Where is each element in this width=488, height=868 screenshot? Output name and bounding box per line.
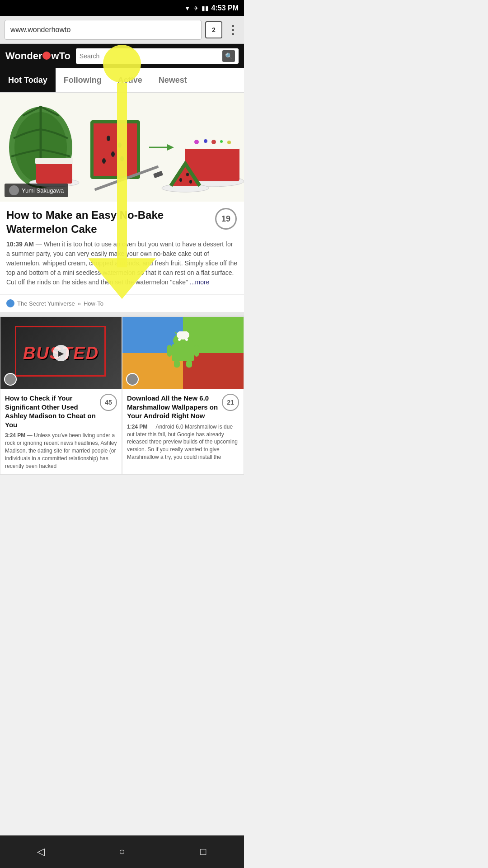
menu-dot-3 bbox=[232, 33, 234, 35]
svg-rect-35 bbox=[167, 345, 172, 357]
grid-excerpt-1: 3:24 PM — Unless you've been living unde… bbox=[5, 432, 117, 470]
busted-background: BUSTED ▶ bbox=[0, 317, 122, 389]
article-source: The Secret Yumiverse » How-To bbox=[0, 294, 244, 312]
site-logo[interactable]: Wonder wTo bbox=[5, 50, 70, 62]
site-search-bar[interactable]: 🔍 bbox=[76, 48, 239, 64]
svg-rect-37 bbox=[174, 360, 180, 368]
grid-image-1: BUSTED ▶ bbox=[0, 317, 122, 389]
tab-count-button[interactable]: 2 bbox=[205, 21, 222, 38]
logo-circle-icon bbox=[42, 52, 51, 60]
main-content: Yumi Sakugawa How to Make an Easy No-Bak… bbox=[0, 93, 244, 475]
svg-point-26 bbox=[189, 180, 192, 184]
play-icon[interactable]: ▶ bbox=[53, 345, 69, 361]
wifi-icon: ▼ bbox=[184, 5, 191, 12]
svg-rect-22 bbox=[35, 158, 73, 164]
grid-title-1[interactable]: How to Check if Your Significant Other U… bbox=[5, 394, 97, 429]
grid-body-1: How to Check if Your Significant Other U… bbox=[0, 389, 122, 474]
svg-point-15 bbox=[194, 140, 199, 144]
grid-score-value-1: 45 bbox=[105, 399, 112, 406]
nav-tabs: Hot Today Following Active Newest bbox=[0, 68, 244, 93]
grid-body-2: Download All the New 6.0 Marshmallow Wal… bbox=[122, 389, 244, 465]
svg-point-7 bbox=[118, 142, 122, 148]
source-globe-icon bbox=[6, 299, 14, 307]
battery-icon: ▮▮ bbox=[202, 5, 209, 12]
tab-newest-label: Newest bbox=[159, 75, 187, 85]
svg-rect-36 bbox=[194, 345, 199, 357]
author-avatar bbox=[9, 185, 19, 195]
featured-timestamp: 10:39 AM bbox=[6, 241, 34, 248]
featured-excerpt: 10:39 AM — When it is too hot to use an … bbox=[6, 240, 238, 287]
status-icons: ▼ ✈ ▮▮ 4:53 PM bbox=[184, 4, 239, 12]
source-category: How-To bbox=[84, 300, 103, 307]
grid-title-row-1: How to Check if Your Significant Other U… bbox=[5, 394, 117, 429]
tab-following[interactable]: Following bbox=[56, 68, 110, 92]
status-time: 4:53 PM bbox=[211, 4, 239, 12]
svg-point-18 bbox=[220, 140, 223, 143]
tab-active-label: Active bbox=[118, 75, 142, 85]
svg-point-6 bbox=[107, 136, 110, 141]
grid-score-value-2: 21 bbox=[227, 399, 234, 406]
tab-hot-today[interactable]: Hot Today bbox=[0, 68, 56, 92]
featured-score-wreath: 19 bbox=[215, 208, 237, 230]
browser-chrome: www.wonderhowto 2 bbox=[0, 16, 244, 44]
tab-hot-today-label: Hot Today bbox=[8, 75, 47, 85]
logo-wonder: Wonder bbox=[5, 50, 42, 62]
tab-newest[interactable]: Newest bbox=[150, 68, 195, 92]
grid-score-1: 45 bbox=[100, 394, 117, 411]
svg-point-25 bbox=[186, 173, 189, 176]
svg-rect-38 bbox=[186, 360, 192, 368]
browser-menu-button[interactable] bbox=[226, 21, 239, 38]
grid-title-row-2: Download All the New 6.0 Marshmallow Wal… bbox=[127, 394, 239, 420]
site-header: Wonder wTo 🔍 bbox=[0, 44, 244, 68]
tab-following-label: Following bbox=[64, 75, 102, 85]
featured-article-title[interactable]: How to Make an Easy No-Bake Watermelon C… bbox=[6, 208, 210, 236]
logo-howto: wTo bbox=[51, 50, 70, 62]
url-bar[interactable]: www.wonderhowto bbox=[5, 20, 202, 40]
source-separator: » bbox=[78, 300, 81, 307]
bottom-spacer bbox=[0, 475, 244, 507]
svg-point-8 bbox=[111, 151, 115, 157]
menu-dot-2 bbox=[232, 29, 234, 31]
url-text: www.wonderhowto bbox=[10, 26, 70, 34]
svg-point-24 bbox=[179, 178, 182, 182]
airplane-icon: ✈ bbox=[193, 5, 199, 12]
author-badge: Yumi Sakugawa bbox=[5, 184, 68, 197]
grid-timestamp-2: 1:24 PM bbox=[127, 424, 147, 430]
svg-point-17 bbox=[211, 140, 216, 144]
svg-rect-5 bbox=[94, 123, 137, 176]
grid-article-1[interactable]: BUSTED ▶ How to Check if Your Significan… bbox=[0, 316, 122, 475]
svg-point-19 bbox=[227, 141, 231, 144]
page-wrapper: ▼ ✈ ▮▮ 4:53 PM www.wonderhowto 2 Wonder … bbox=[0, 0, 244, 507]
featured-article-body: How to Make an Easy No-Bake Watermelon C… bbox=[0, 202, 244, 294]
search-button[interactable]: 🔍 bbox=[222, 50, 235, 62]
menu-dot-1 bbox=[232, 25, 234, 27]
tab-count-label: 2 bbox=[212, 26, 216, 33]
svg-point-16 bbox=[204, 139, 207, 143]
articles-grid: BUSTED ▶ How to Check if Your Significan… bbox=[0, 316, 244, 475]
tab-active[interactable]: Active bbox=[110, 68, 150, 92]
grid-timestamp-1: 3:24 PM bbox=[5, 432, 25, 439]
featured-score-value: 19 bbox=[221, 214, 230, 224]
search-icon: 🔍 bbox=[225, 52, 233, 60]
grid-excerpt-2: 1:24 PM — Android 6.0 Marshmallow is due… bbox=[127, 423, 239, 461]
article-title-row: How to Make an Easy No-Bake Watermelon C… bbox=[6, 208, 238, 236]
read-more-link[interactable]: ...more bbox=[190, 278, 210, 286]
search-input[interactable] bbox=[80, 52, 220, 60]
grid-score-2: 21 bbox=[222, 394, 239, 411]
source-name: The Secret Yumiverse bbox=[17, 300, 75, 307]
featured-article: Yumi Sakugawa How to Make an Easy No-Bak… bbox=[0, 93, 244, 316]
featured-image: Yumi Sakugawa bbox=[0, 93, 244, 202]
svg-point-9 bbox=[102, 158, 106, 164]
author-name: Yumi Sakugawa bbox=[22, 187, 64, 194]
grid-image-2 bbox=[122, 317, 244, 389]
android-robot-icon bbox=[167, 331, 199, 368]
svg-point-10 bbox=[120, 156, 124, 161]
grid-title-2[interactable]: Download All the New 6.0 Marshmallow Wal… bbox=[127, 394, 219, 420]
featured-score-badge: 19 bbox=[214, 208, 238, 230]
status-bar: ▼ ✈ ▮▮ 4:53 PM bbox=[0, 0, 244, 16]
grid-article-2[interactable]: Download All the New 6.0 Marshmallow Wal… bbox=[122, 316, 244, 475]
